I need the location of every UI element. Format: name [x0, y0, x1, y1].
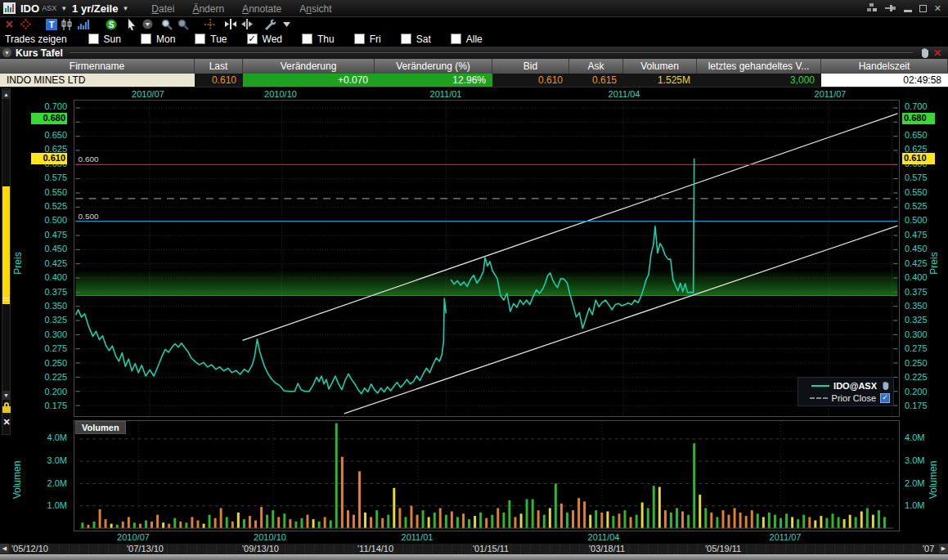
close-panel-icon[interactable]: ✕	[933, 47, 941, 59]
cell-bid: 0.610	[492, 74, 569, 87]
money-flow-icon[interactable]: S	[104, 18, 118, 30]
scroll-right-button[interactable]: ▶	[939, 544, 948, 553]
price-tick-right: 0.350	[905, 301, 928, 311]
minimize-button[interactable]	[904, 10, 912, 12]
symbol-dropdown-caret[interactable]: ▼	[61, 5, 67, 12]
price-scrollbar-thumb[interactable]	[2, 186, 10, 304]
volume-tick-left: 2.0M	[29, 478, 67, 488]
window-controls: ✕	[866, 3, 948, 13]
col-header-veraenderung-pct[interactable]: Veränderung (%)	[375, 59, 492, 74]
menu-datei[interactable]: Datei	[151, 3, 174, 15]
scroll-down-button[interactable]: ▼	[2, 391, 11, 400]
price-date-label: 2011/04	[601, 89, 647, 99]
cell-company-name: INDO MINES LTD	[0, 74, 195, 87]
checkbox[interactable]	[451, 34, 461, 44]
price-tick-left: 0.575	[29, 172, 67, 182]
checkbox[interactable]	[401, 34, 411, 44]
day-checkbox-mon[interactable]: Mon	[141, 34, 175, 45]
scrollbar-date-label: '07/13/10	[127, 544, 164, 553]
price-tick-right: 0.450	[905, 244, 928, 253]
delete-annotation-icon[interactable]	[2, 18, 16, 30]
price-tick-left: 0.275	[29, 343, 67, 353]
menu-ansicht[interactable]: Ansicht	[299, 3, 331, 15]
timeframe-dropdown-caret[interactable]: ▼	[122, 5, 128, 12]
col-header-handelszeit[interactable]: Handelszeit	[821, 59, 948, 74]
zoom-in-icon[interactable]	[159, 18, 173, 30]
checkbox[interactable]	[195, 34, 205, 44]
scrollbar-date-label: '07	[923, 544, 934, 553]
text-tool-icon[interactable]: T	[44, 18, 58, 30]
day-checkbox-sat[interactable]: Sat	[401, 34, 431, 45]
checkbox[interactable]	[354, 34, 365, 44]
volume-tick-left: 1.0M	[29, 500, 67, 510]
day-checkbox-sun[interactable]: Sun	[88, 34, 121, 45]
col-header-firmenname[interactable]: Firmenname	[0, 59, 195, 74]
link-boxes-icon[interactable]	[866, 3, 878, 13]
candlestick-mode-icon[interactable]	[61, 18, 74, 30]
squeeze-right-icon[interactable]	[240, 18, 254, 30]
volume-bars-icon[interactable]	[77, 18, 91, 30]
menu-annotate[interactable]: Annotate	[242, 3, 281, 15]
maximize-button[interactable]	[919, 5, 927, 12]
price-tick-right: 0.300	[905, 329, 928, 339]
price-tick-right: 0.425	[905, 258, 928, 268]
chart-legend: IDO@ASX Prior Close ✓	[797, 377, 894, 406]
col-header-bid[interactable]: Bid	[492, 59, 569, 74]
settings-wrench-icon[interactable]	[263, 18, 277, 30]
day-checkbox-alle[interactable]: Alle	[451, 34, 483, 45]
col-header-volumen[interactable]: Volumen	[623, 59, 697, 74]
col-header-ask[interactable]: Ask	[569, 59, 623, 74]
checkbox[interactable]: ✓	[247, 34, 258, 44]
svg-text:0.600: 0.600	[79, 155, 99, 164]
time-scrollbar[interactable]: '05/12/10'07/13/10'09/13/10'11/14/10'01/…	[0, 543, 948, 554]
pin-icon[interactable]	[885, 3, 896, 13]
day-checkbox-wed[interactable]: ✓Wed	[247, 34, 282, 45]
col-header-veraenderung[interactable]: Veränderung	[243, 59, 375, 74]
price-tick-left: 0.200	[29, 387, 67, 396]
crosshair-dots-icon[interactable]	[19, 18, 33, 30]
volume-tick-left: 3.0M	[29, 455, 67, 465]
close-button[interactable]: ✕	[934, 4, 941, 13]
volume-chart[interactable]	[74, 420, 900, 531]
day-checkbox-fri[interactable]: Fri	[354, 34, 381, 45]
drawing-toolbar: T S	[0, 17, 948, 31]
close-pane-icon[interactable]: ✕	[2, 417, 11, 427]
checkbox[interactable]	[141, 34, 151, 44]
price-chart[interactable]: 0.6000.500	[74, 100, 900, 417]
day-checkbox-tue[interactable]: Tue	[195, 34, 227, 45]
crosshair-icon[interactable]	[203, 18, 217, 30]
price-tick-right: 0.475	[905, 230, 928, 240]
cell-last-traded-vol: 3,000	[697, 74, 821, 87]
timeframe-selector[interactable]: 1 yr/Zeile	[72, 2, 118, 15]
cell-change-pct: 12.96%	[375, 74, 492, 87]
checkbox[interactable]	[302, 34, 312, 44]
scroll-up-button[interactable]: ▲	[2, 90, 11, 99]
col-header-last-traded-vol[interactable]: letztes gehandeltes V...	[697, 59, 821, 74]
price-tick-left: 0.300	[29, 329, 67, 339]
day-checkboxes: SunMonTue✓WedThuFriSatAlle	[88, 34, 502, 45]
prior-close-checkbox[interactable]: ✓	[880, 393, 890, 403]
drag-hand-icon[interactable]	[919, 47, 930, 58]
col-header-last[interactable]: Last	[195, 59, 243, 74]
squeeze-left-icon[interactable]	[223, 18, 237, 30]
zoom-out-icon[interactable]	[176, 18, 190, 30]
legend-hand-icon[interactable]	[881, 381, 890, 390]
scroll-left-button[interactable]: ◀	[0, 544, 9, 553]
menu-ändern[interactable]: Ändern	[192, 3, 224, 15]
circle-dropdown-icon[interactable]	[141, 18, 155, 30]
more-caret-icon[interactable]	[280, 18, 294, 30]
panel-title: Kurs Tafel	[16, 47, 63, 59]
price-tick-left: 0.175	[29, 401, 67, 410]
series-legend-label[interactable]: IDO@ASX	[833, 381, 877, 391]
price-marker-left: 0.610	[31, 153, 67, 164]
price-axis-title-right: Preis	[928, 252, 940, 274]
price-tick-left: 0.225	[29, 372, 67, 382]
price-marker-right: 0.610	[902, 153, 935, 164]
checkbox[interactable]	[88, 34, 99, 44]
cell-last: 0.610	[195, 74, 243, 87]
day-checkbox-thu[interactable]: Thu	[302, 34, 335, 45]
quote-table-row[interactable]: INDO MINES LTD 0.610 +0.070 12.96% 0.610…	[0, 74, 948, 87]
cursor-select-icon[interactable]	[124, 18, 138, 30]
trades-zeigen-label: Trades zeigen	[5, 34, 67, 45]
collapse-panel-icon[interactable]: ▼	[2, 48, 11, 57]
